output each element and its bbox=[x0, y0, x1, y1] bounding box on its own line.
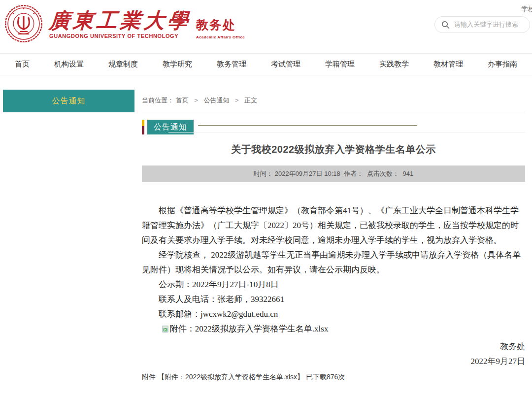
breadcrumb-separator: > bbox=[194, 97, 198, 104]
article-body: 根据《普通高等学校学生管理规定》（教育部令第41号）、《广东工业大学全日制普通本… bbox=[142, 203, 525, 336]
meta-time-label: 时间： bbox=[254, 170, 273, 177]
article-contact-email: 联系邮箱：jwcxwk2@gdut.edu.cn bbox=[142, 307, 525, 322]
breadcrumb-announcements[interactable]: 公告通知 bbox=[203, 97, 229, 104]
breadcrumb-current: 正文 bbox=[244, 97, 257, 104]
nav-item-practical-teaching[interactable]: 实践教学 bbox=[379, 60, 409, 69]
nav-item-teaching-research[interactable]: 教学研究 bbox=[163, 60, 192, 69]
meta-clicks-label: 点击次数： bbox=[367, 170, 399, 177]
footer-attachment-label: 附件 bbox=[142, 373, 156, 381]
breadcrumb: 当前位置： 首页 > 公告通知 > 正文 bbox=[142, 75, 525, 112]
nav-item-exam-management[interactable]: 考试管理 bbox=[271, 60, 300, 69]
nav-item-service-guide[interactable]: 办事指南 bbox=[488, 60, 517, 69]
site-header: 廣東工業大學 GUANGDONG UNIVERSITY OF TECHNOLOG… bbox=[0, 0, 532, 53]
attachment-label: 附件： bbox=[170, 324, 195, 333]
university-name: 廣東工業大學 GUANGDONG UNIVERSITY OF TECHNOLOG… bbox=[49, 4, 191, 39]
meta-author-label: 作者： bbox=[344, 170, 363, 177]
footer-attachment-downloads: 已下载876次 bbox=[306, 373, 345, 381]
university-name-chinese: 廣東工業大學 bbox=[48, 10, 192, 32]
nav-item-academic-affairs[interactable]: 教务管理 bbox=[217, 60, 246, 69]
article-paragraph: 经学院核查， 2022级游凯越等学生无正当事由逾期未办理入学手续或申请放弃入学资… bbox=[142, 248, 525, 277]
footer-attachment: 附件 【附件：2022级拟放弃入学资格学生名单.xlsx】 已下载876次 bbox=[142, 373, 525, 382]
attachment-line: 附件：2022级拟放弃入学资格学生名单.xlsx bbox=[142, 322, 525, 336]
article-publicity-period: 公示期：2022年9月27日-10月8日 bbox=[142, 277, 525, 292]
article-contact-phone: 联系人及电话：张老师，39322661 bbox=[142, 292, 525, 307]
nav-item-home[interactable]: 首页 bbox=[15, 60, 30, 69]
article-paragraph: 根据《普通高等学校学生管理规定》（教育部令第41号）、《广东工业大学全日制普通本… bbox=[142, 203, 525, 248]
excel-file-icon bbox=[162, 326, 169, 332]
university-logo[interactable]: 廣東工業大學 GUANGDONG UNIVERSITY OF TECHNOLOG… bbox=[4, 4, 245, 43]
article-meta-bar: 时间：2022年09月27日 10:18 作者： 点击次数： 941 bbox=[142, 165, 525, 182]
nav-item-textbook-management[interactable]: 教材管理 bbox=[433, 60, 463, 69]
university-name-english: GUANGDONG UNIVERSITY OF TECHNOLOGY bbox=[49, 33, 191, 39]
nav-item-regulations[interactable]: 规章制度 bbox=[108, 60, 138, 69]
article-signature: 教务处 2022年9月27日 bbox=[142, 339, 525, 369]
office-name: 教务处 Academic Affairs Office bbox=[196, 4, 245, 39]
sidebar-item-announcements[interactable]: 公告通知 bbox=[3, 90, 134, 112]
breadcrumb-home[interactable]: 首页 bbox=[176, 97, 189, 104]
search-icon bbox=[441, 21, 450, 29]
section-rule-light bbox=[168, 132, 525, 132]
search-placeholder: 请输入关键字进行搜索 bbox=[454, 20, 518, 29]
attachment-file-link[interactable]: 2022级拟放弃入学资格学生名单.xlsx bbox=[195, 324, 329, 333]
breadcrumb-separator: > bbox=[235, 97, 239, 104]
section-rules bbox=[198, 120, 525, 135]
content-area: 当前位置： 首页 > 公告通知 > 正文 公告通知 关于我校2022级拟放弃入学… bbox=[142, 75, 525, 382]
meta-clicks-value: 941 bbox=[403, 170, 414, 177]
meta-time-value: 2022年09月27日 10:18 bbox=[275, 170, 340, 177]
main-navigation: 首页 机构设置 规章制度 教学研究 教务管理 考试管理 学籍管理 实践教学 教材… bbox=[0, 53, 532, 75]
section-header: 公告通知 bbox=[142, 120, 525, 135]
office-name-english: Academic Affairs Office bbox=[196, 35, 245, 39]
top-link-school[interactable]: 学校 bbox=[521, 5, 532, 14]
section-rule-olive bbox=[198, 125, 417, 126]
search-input[interactable]: 请输入关键字进行搜索 bbox=[434, 16, 530, 33]
signature-department: 教务处 bbox=[142, 339, 525, 354]
nav-item-organization[interactable]: 机构设置 bbox=[54, 60, 84, 69]
signature-date: 2022年9月27日 bbox=[142, 354, 525, 369]
section-accent-bar bbox=[142, 120, 144, 134]
footer-attachment-link[interactable]: 【附件：2022级拟放弃入学资格学生名单.xlsx】 bbox=[158, 373, 304, 381]
breadcrumb-prefix: 当前位置： bbox=[142, 97, 174, 104]
nav-item-student-status[interactable]: 学籍管理 bbox=[325, 60, 355, 69]
main-area: 公告通知 当前位置： 首页 > 公告通知 > 正文 公告通知 关于我校2022级… bbox=[0, 75, 532, 382]
page-title: 关于我校2022级拟放弃入学资格学生名单公示 bbox=[142, 143, 525, 156]
office-name-chinese: 教务处 bbox=[196, 17, 245, 33]
university-seal-icon bbox=[4, 4, 43, 43]
